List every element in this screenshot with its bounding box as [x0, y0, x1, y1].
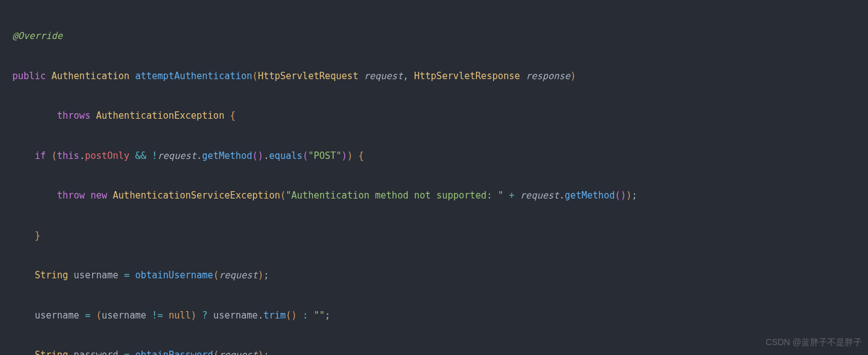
annotation-text: @Override	[12, 30, 62, 41]
code-line: String username = obtainUsername(request…	[12, 265, 868, 285]
watermark-text: CSDN @蓝胖子不是胖子	[765, 333, 862, 351]
code-line: String password = obtainPassword(request…	[12, 345, 868, 355]
code-line: public Authentication attemptAuthenticat…	[12, 66, 868, 86]
code-line: throws AuthenticationException {	[12, 106, 868, 126]
code-line: throw new AuthenticationServiceException…	[12, 186, 868, 205]
code-editor[interactable]: @Override public Authentication attemptA…	[0, 0, 868, 355]
code-line: @Override	[12, 26, 868, 46]
code-line: username = (username != null) ? username…	[12, 306, 868, 325]
code-line: if (this.postOnly && !request.getMethod(…	[12, 146, 868, 166]
code-line: }	[12, 226, 868, 246]
